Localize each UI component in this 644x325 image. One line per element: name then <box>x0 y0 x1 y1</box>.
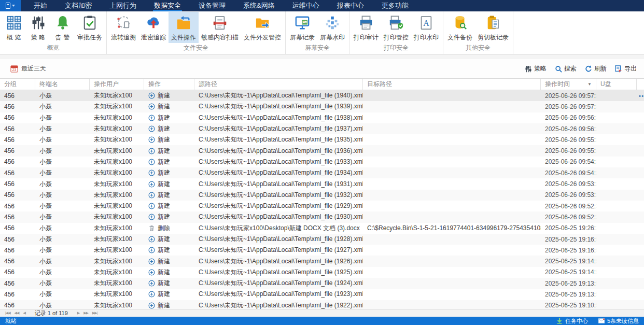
column-header-target[interactable]: 目标路径 <box>363 79 541 90</box>
cell-operation: 新建 <box>144 135 194 144</box>
ribbon-button-file-backup[interactable]: 文件备份 <box>445 12 475 43</box>
search-button[interactable]: 搜索 <box>555 64 577 73</box>
cell-group: 456 <box>0 214 35 221</box>
ribbon-button-policy[interactable]: 策 略 <box>26 12 50 43</box>
ribbon-button-alerts[interactable]: 告 警 <box>50 12 75 43</box>
export-button[interactable]: 导出 <box>615 64 637 73</box>
ribbon-button-sensitive-content-scan[interactable]: 敏感内容扫描 <box>199 12 241 43</box>
table-row[interactable]: 456小聂未知玩家x100新建C:\Users\未知玩~1\AppData\Lo… <box>0 211 644 222</box>
ribbon-button-print-watermark[interactable]: A 打印水印 <box>411 12 441 43</box>
ribbon-button-overview[interactable]: 概 览 <box>2 12 26 43</box>
cell-terminal-name: 小聂 <box>35 246 90 255</box>
cell-operation-time: 2025-06-25 19:26:27 <box>541 224 596 232</box>
menu-tab-device-management[interactable]: 设备管理 <box>190 0 234 11</box>
table-row[interactable]: 456小聂未知玩家x100新建C:\Users\未知玩~1\AppData\Lo… <box>0 178 644 189</box>
table-row[interactable]: 456小聂未知玩家x100新建C:\Users\未知玩~1\AppData\Lo… <box>0 145 644 156</box>
fast-prev-icon[interactable]: ◀◀ <box>15 311 19 315</box>
cell-group: 456 <box>0 236 35 243</box>
table-row[interactable]: 456小聂未知玩家x100新建C:\Users\未知玩~1\AppData\Lo… <box>0 123 644 134</box>
table-row[interactable]: 456小聂未知玩家x100新建C:\Users\未知玩~1\AppData\Lo… <box>0 134 644 145</box>
ribbon-button-leak-tracking[interactable]: 泄密追踪 <box>138 12 169 43</box>
ribbon: 概 览 策 略 告 警 审批任务 概览 <box>0 11 644 54</box>
table-row[interactable]: 456小聂未知玩家x100新建C:\Users\未知玩~1\AppData\Lo… <box>0 289 644 300</box>
table-row[interactable]: 456小聂未知玩家x100新建C:\Users\未知玩~1\AppData\Lo… <box>0 201 644 211</box>
unread-messages-button[interactable]: 5条未读信息 <box>598 317 639 325</box>
column-header-user[interactable]: 操作用户 <box>90 79 144 90</box>
alert-bell-icon <box>55 15 71 31</box>
menu-tab-home[interactable]: 开始 <box>25 0 56 11</box>
policy-button[interactable]: 策略 <box>525 64 547 73</box>
table-row[interactable]: 456小聂未知玩家x100新建C:\Users\未知玩~1\AppData\Lo… <box>0 267 644 278</box>
table-row[interactable]: 456小聂未知玩家x100新建C:\Users\未知玩~1\AppData\Lo… <box>0 256 644 266</box>
ribbon-button-print-control[interactable]: 打印管控 <box>381 12 411 43</box>
ribbon-button-print-audit[interactable]: 打印审计 <box>351 12 381 43</box>
table-row[interactable]: 456小聂未知玩家x100新建C:\Users\未知玩~1\AppData\Lo… <box>0 300 644 309</box>
cell-group: 456 <box>0 224 35 232</box>
refresh-icon <box>585 65 592 73</box>
first-page-icon[interactable]: |◀◀ <box>5 311 10 315</box>
fast-next-icon[interactable]: ▶▶ <box>83 311 88 315</box>
cell-source-path: C:\Users\未知玩~1\AppData\Local\Temp\xml_fi… <box>194 213 363 221</box>
cell-operation: 新建 <box>144 235 194 244</box>
column-header-operation[interactable]: 操作 <box>144 79 194 90</box>
app-menu-button[interactable] <box>0 0 21 11</box>
create-plus-icon <box>148 115 155 121</box>
table-row[interactable]: 456小聂未知玩家x100新建C:\Users\未知玩~1\AppData\Lo… <box>0 167 644 178</box>
ribbon-group-overview: 概 览 策 略 告 警 审批任务 概览 <box>0 11 107 54</box>
refresh-button[interactable]: 刷新 <box>585 64 607 73</box>
cell-operation-user: 未知玩家x100 <box>90 235 144 244</box>
date-range-filter[interactable]: 23 最近三天 <box>10 64 46 73</box>
menu-tab-web-behavior[interactable]: 上网行为 <box>101 0 145 11</box>
menu-tab-doc-encryption[interactable]: 文档加密 <box>56 0 101 11</box>
cell-source-path: C:\Users\未知玩~1\AppData\Local\Temp\xml_fi… <box>194 168 363 177</box>
ribbon-button-clipboard-record[interactable]: 剪切板记录 <box>475 12 511 43</box>
time-filter-dropdown-icon[interactable]: ▼ <box>587 82 592 87</box>
column-header-group[interactable]: 分组 <box>0 79 35 90</box>
ribbon-button-screen-watermark[interactable]: 屏幕水印 <box>317 12 347 43</box>
menu-tab-data-security[interactable]: 数据安全 <box>145 0 190 11</box>
last-page-icon[interactable]: ▶▶| <box>92 311 97 315</box>
file-outgoing-control-icon <box>255 15 270 31</box>
cell-operation-user: 未知玩家x100 <box>90 202 144 210</box>
column-header-source[interactable]: 源路径 <box>194 79 363 90</box>
table-row[interactable]: 456小聂未知玩家x100新建C:\Users\未知玩~1\AppData\Lo… <box>0 278 644 289</box>
row-more-actions-button[interactable]: ••• <box>637 93 644 99</box>
ribbon-button-screen-record[interactable]: 屏幕记录 <box>287 12 317 43</box>
cell-terminal-name: 小聂 <box>35 168 90 177</box>
table-body: 456小聂未知玩家x100新建C:\Users\未知玩~1\AppData\Lo… <box>0 90 644 309</box>
cell-operation: 新建 <box>144 257 194 266</box>
cell-source-path: C:\Users\未知玩~1\AppData\Local\Temp\xml_fi… <box>194 268 363 277</box>
create-plus-icon <box>148 125 155 132</box>
cell-group: 456 <box>0 269 35 276</box>
column-header-usb[interactable]: U盘 <box>596 79 637 90</box>
cell-source-path: C:\Users\未知玩~1\AppData\Local\Temp\xml_fi… <box>194 279 363 288</box>
menu-tab-more-features[interactable]: 更多功能 <box>373 0 417 11</box>
menu-tab-system-network[interactable]: 系统&网络 <box>234 0 284 11</box>
ribbon-button-file-operations[interactable]: 文件操作 <box>169 12 199 43</box>
column-header-time[interactable]: 操作时间▼ <box>541 79 596 90</box>
table-row[interactable]: 456小聂未知玩家x100新建C:\Users\未知玩~1\AppData\Lo… <box>0 112 644 123</box>
cell-operation-time: 2025-06-26 09:54:36 <box>541 158 596 165</box>
task-center-button[interactable]: 任务中心 <box>556 317 588 325</box>
next-page-icon[interactable]: ▶ <box>77 311 79 315</box>
menu-tab-report-center[interactable]: 报表中心 <box>328 0 373 11</box>
cell-group: 456 <box>0 180 35 188</box>
table-row[interactable]: 456小聂未知玩家x100删除C:\Users\未知玩家x100\Desktop… <box>0 223 644 234</box>
menu-tab-ops-center[interactable]: 运维中心 <box>284 0 328 11</box>
ribbon-button-flow-trace[interactable]: 流转追溯 <box>108 12 138 43</box>
screen-watermark-icon <box>325 15 340 31</box>
cell-target-path: C:\$Recycle.Bin\S-1-5-21-1619774401-6349… <box>363 224 541 232</box>
ribbon-button-file-outgoing-control[interactable]: 文件外发管控 <box>241 12 284 43</box>
cell-source-path: C:\Users\未知玩~1\AppData\Local\Temp\xml_fi… <box>194 257 363 266</box>
table-row[interactable]: 456小聂未知玩家x100新建C:\Users\未知玩~1\AppData\Lo… <box>0 101 644 112</box>
table-row[interactable]: 456小聂未知玩家x100新建C:\Users\未知玩~1\AppData\Lo… <box>0 190 644 201</box>
table-row[interactable]: 456小聂未知玩家x100新建C:\Users\未知玩~1\AppData\Lo… <box>0 234 644 245</box>
table-row[interactable]: 456小聂未知玩家x100新建C:\Users\未知玩~1\AppData\Lo… <box>0 157 644 167</box>
ribbon-button-approval-tasks[interactable]: 审批任务 <box>75 12 105 43</box>
cell-operation-time: 2025-06-26 09:55:35 <box>541 136 596 144</box>
cell-operation-time: 2025-06-26 09:57:35 <box>541 103 596 110</box>
table-row[interactable]: 456小聂未知玩家x100新建C:\Users\未知玩~1\AppData\Lo… <box>0 90 644 101</box>
column-header-terminal[interactable]: 终端名 <box>35 79 90 90</box>
prev-page-icon[interactable]: ◀ <box>23 311 25 315</box>
table-row[interactable]: 456小聂未知玩家x100新建C:\Users\未知玩~1\AppData\Lo… <box>0 245 644 256</box>
